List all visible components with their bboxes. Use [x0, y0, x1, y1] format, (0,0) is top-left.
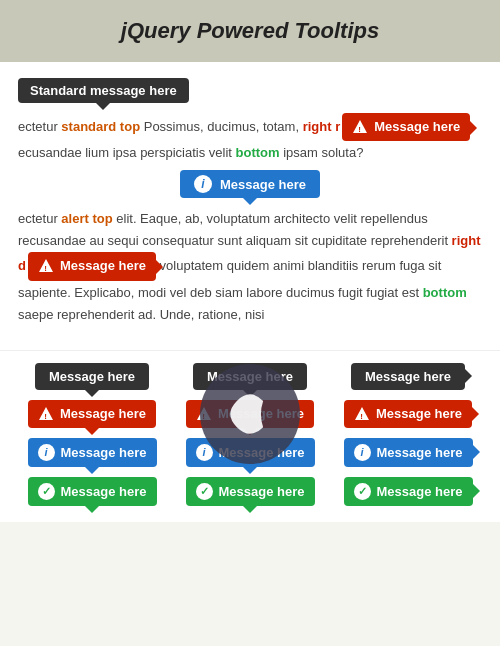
dark-caret-3 — [465, 369, 472, 383]
logo-overlay — [200, 364, 300, 464]
paragraph-1: ectetur standard top Possimus, ducimus, … — [18, 113, 482, 164]
red-grid-label-1: Message here — [60, 406, 146, 421]
red-grid-tooltip-1[interactable]: ! Message here — [28, 400, 156, 428]
grid-row-red: ! Message here ! Messag — [18, 400, 482, 428]
blue-grid-label-1: Message here — [61, 445, 147, 460]
green-grid-tooltip-1[interactable]: ✓ Message here — [28, 477, 157, 506]
standard-top-link[interactable]: standard top — [61, 119, 140, 134]
check-grid-icon-2: ✓ — [196, 483, 213, 500]
green-caret-1 — [85, 506, 99, 513]
blue-grid-tooltip-1[interactable]: i Message here — [28, 438, 157, 467]
standard-tooltip-button[interactable]: Standard message here — [18, 78, 189, 103]
red-grid-tooltip-3[interactable]: ! Message here — [344, 400, 472, 428]
blue-grid-tooltip-3[interactable]: i Message here — [344, 438, 473, 467]
celeste-logo — [215, 379, 285, 449]
main-content: Standard message here ectetur standard t… — [0, 62, 500, 350]
dark-caret-1 — [85, 390, 99, 397]
bottom-link-1[interactable]: bottom — [236, 145, 280, 160]
red-caret-1 — [85, 428, 99, 435]
grid-cell-red-3: ! Message here — [334, 400, 482, 428]
grid-cell-green-3: ✓ Message here — [334, 477, 482, 506]
grid-cell-red-2: ! Message here — [176, 400, 324, 428]
grid-cell-red-1: ! Message here — [18, 400, 166, 428]
info-grid-icon-2: i — [196, 444, 213, 461]
info-icon-1: i — [194, 175, 212, 193]
dark-tooltip-3[interactable]: Message here — [351, 363, 465, 390]
text-ipsam: ipsam soluta? — [280, 145, 364, 160]
grid-cell-dark-3: Message here — [334, 363, 482, 390]
check-grid-icon-1: ✓ — [38, 483, 55, 500]
red-caret-3 — [472, 407, 479, 421]
green-grid-label-1: Message here — [61, 484, 147, 499]
standard-tooltip-demo: Standard message here — [18, 78, 482, 103]
grid-section: Message here Message here Message here — [0, 350, 500, 522]
warning-grid-icon-1: ! — [38, 406, 54, 422]
text-recusandae: ecusandae lium ipsa perspiciatis velit — [18, 145, 236, 160]
svg-text:!: ! — [358, 125, 361, 134]
red-tooltip-1-caret — [470, 121, 477, 135]
dark-tooltip-3-label: Message here — [365, 369, 451, 384]
svg-text:!: ! — [360, 412, 363, 421]
svg-text:!: ! — [44, 264, 47, 273]
red-tooltip-2[interactable]: ! Message here — [28, 252, 156, 280]
dark-tooltip-1-label: Message here — [49, 369, 135, 384]
red-tooltip-1[interactable]: ! Message here — [342, 113, 470, 141]
text-saepe: saepe reprehenderit ad. Unde, ratione, n… — [18, 307, 264, 322]
green-grid-tooltip-3[interactable]: ✓ Message here — [344, 477, 473, 506]
page-title: jQuery Powered Tooltips — [10, 18, 490, 44]
grid-cell-dark-1: Message here — [18, 363, 166, 390]
blue-caret-2 — [243, 467, 257, 474]
green-caret-2 — [243, 506, 257, 513]
tooltip-caret-down — [96, 103, 110, 110]
blue-caret-1 — [85, 467, 99, 474]
svg-text:!: ! — [44, 412, 47, 421]
blue-grid-label-3: Message here — [377, 445, 463, 460]
green-grid-label-3: Message here — [377, 484, 463, 499]
right-r-text: right r — [303, 119, 341, 134]
green-grid-label-2: Message here — [219, 484, 305, 499]
blue-tooltip-1-caret — [243, 198, 257, 205]
warning-icon-1: ! — [352, 119, 368, 135]
blue-caret-3 — [473, 445, 480, 459]
text-ectetur2: ectetur — [18, 211, 61, 226]
blue-tooltip-1[interactable]: i Message here — [180, 170, 320, 198]
red-tooltip-2-label: Message here — [60, 255, 146, 277]
text-possimus: Possimus, ducimus, totam, — [140, 119, 303, 134]
text-ectetur: ectetur — [18, 119, 61, 134]
page-header: jQuery Powered Tooltips — [0, 0, 500, 62]
red-tooltip-1-label: Message here — [374, 116, 460, 138]
bottom-link-2[interactable]: bottom — [423, 285, 467, 300]
info-grid-icon-3: i — [354, 444, 371, 461]
blue-tooltip-demo: i Message here — [18, 170, 482, 198]
green-caret-3 — [473, 484, 480, 498]
red-grid-label-3: Message here — [376, 406, 462, 421]
grid-cell-green-2: ✓ Message here — [176, 477, 324, 506]
grid-cell-blue-1: i Message here — [18, 438, 166, 467]
warning-icon-2: ! — [38, 258, 54, 274]
grid-cell-green-1: ✓ Message here — [18, 477, 166, 506]
info-grid-icon-1: i — [38, 444, 55, 461]
dark-tooltip-1[interactable]: Message here — [35, 363, 149, 390]
paragraph-2: ectetur alert top elit. Eaque, ab, volup… — [18, 208, 482, 326]
grid-row-green: ✓ Message here ✓ Message here ✓ Message … — [18, 477, 482, 506]
red-tooltip-2-caret — [156, 260, 163, 274]
check-grid-icon-3: ✓ — [354, 483, 371, 500]
green-grid-tooltip-2[interactable]: ✓ Message here — [186, 477, 315, 506]
grid-cell-blue-3: i Message here — [334, 438, 482, 467]
warning-grid-icon-3: ! — [354, 406, 370, 422]
alert-top-link[interactable]: alert top — [61, 211, 112, 226]
blue-tooltip-1-label: Message here — [220, 177, 306, 192]
